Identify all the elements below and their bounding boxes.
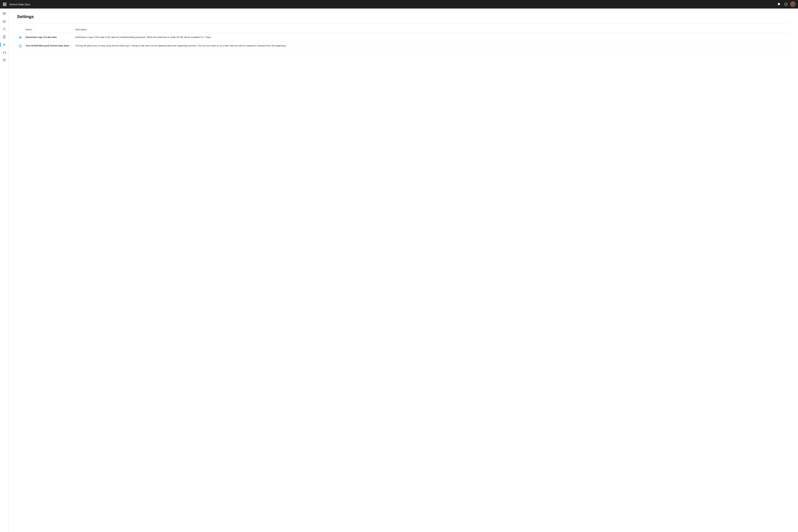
- row-icon-cell: [17, 41, 24, 50]
- download-icon: [18, 36, 22, 39]
- waffle-button[interactable]: [2, 2, 7, 7]
- notification-icon[interactable]: [776, 1, 782, 7]
- row-icon-cell: [17, 33, 24, 41]
- page-title: Settings: [17, 14, 790, 19]
- app-title: School Data Sync: [9, 3, 30, 6]
- th-name-label: Name: [25, 28, 32, 31]
- row-name: Turn On/Off Microsoft School Data Sync: [25, 44, 70, 47]
- online-status-dot: [794, 5, 796, 7]
- sidebar-item-menu[interactable]: [1, 10, 8, 17]
- sidebar-item-settings[interactable]: [1, 41, 8, 48]
- row-description: Turning off allows you to stop using Sch…: [75, 44, 286, 47]
- sidebar-item-support[interactable]: [1, 49, 8, 56]
- th-name[interactable]: Name ↓: [24, 26, 74, 33]
- svg-rect-13: [5, 53, 5, 53]
- row-name-cell: Download copy of Lake data: [24, 33, 74, 41]
- svg-point-15: [4, 61, 4, 61]
- th-description: Description: [74, 26, 790, 33]
- row-description-cell: Download a copy of the data in the lake …: [74, 33, 790, 41]
- avatar[interactable]: [790, 1, 796, 7]
- sidebar-item-users[interactable]: [1, 25, 8, 33]
- table-header: Name ↓ Description: [17, 26, 790, 33]
- sidebar-item-home[interactable]: [1, 18, 8, 25]
- row-description-cell: Turning off allows you to stop using Sch…: [74, 41, 790, 50]
- svg-point-11: [4, 44, 5, 45]
- row-description: Download a copy of the data in the lake …: [75, 36, 211, 38]
- content-area: Settings Name ↓ Description: [8, 8, 798, 532]
- settings-table: Name ↓ Description: [17, 26, 790, 50]
- main-layout: Settings Name ↓ Description: [0, 8, 798, 532]
- svg-rect-4: [3, 14, 6, 15]
- row-name: Download copy of Lake data: [25, 36, 57, 38]
- svg-text:?: ?: [785, 3, 786, 5]
- row-name-cell: Turn On/Off Microsoft School Data Sync: [24, 41, 74, 50]
- th-description-label: Description: [75, 28, 87, 31]
- svg-rect-12: [3, 53, 3, 53]
- table-body: Download copy of Lake data Download a co…: [17, 33, 790, 50]
- table-row[interactable]: Turn On/Off Microsoft School Data Sync T…: [17, 41, 790, 50]
- sort-icon: ↓: [33, 28, 34, 31]
- svg-rect-3: [3, 13, 6, 14]
- th-icon: [17, 26, 24, 33]
- power-icon: [18, 44, 22, 48]
- svg-rect-2: [3, 13, 6, 13]
- topbar-left: School Data Sync: [2, 2, 30, 7]
- table-row[interactable]: Download copy of Lake data Download a co…: [17, 33, 790, 41]
- sidebar-item-data[interactable]: [1, 33, 8, 40]
- topbar: School Data Sync ?: [0, 0, 798, 8]
- topbar-right: ?: [776, 1, 796, 7]
- sidebar: [0, 8, 8, 532]
- content-divider: [17, 23, 790, 24]
- sidebar-item-help[interactable]: [1, 57, 8, 64]
- help-icon[interactable]: ?: [783, 1, 789, 7]
